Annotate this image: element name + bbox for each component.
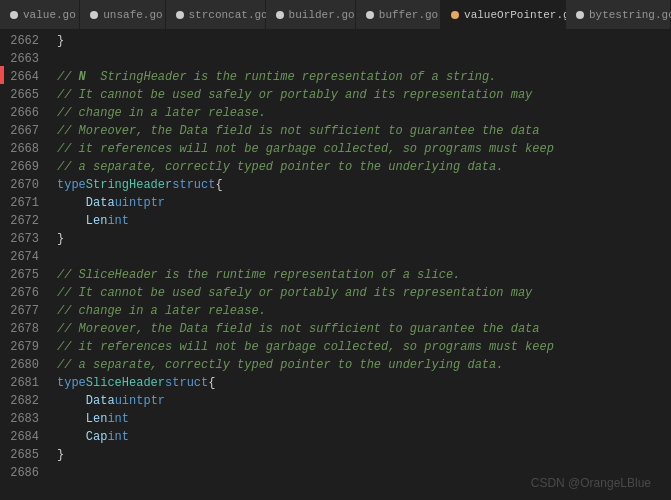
scrollbar[interactable] [661,30,671,500]
code-line-2671: Data uintptr [57,194,661,212]
code-line-2679: // it references will not be garbage col… [57,338,661,356]
code-line-2662: } [57,32,661,50]
code-line-2663 [57,50,661,68]
code-line-2664: // N StringHeader is the runtime represe… [57,68,661,86]
code-line-2682: Data uintptr [57,392,661,410]
code-line-2681: type SliceHeader struct { [57,374,661,392]
tab-icon-strconcat-go [176,11,184,19]
code-line-2667: // Moreover, the Data field is not suffi… [57,122,661,140]
tab-builder-go[interactable]: builder.go × [266,0,356,29]
tab-icon-value-go [10,11,18,19]
tab-label-bytestring-go: bytestring.go [589,9,671,21]
code-line-2676: // It cannot be used safely or portably … [57,284,661,302]
code-line-2665: // It cannot be used safely or portably … [57,86,661,104]
code-line-2672: Len int [57,212,661,230]
tab-label-unsafe-go: unsafe.go [103,9,162,21]
code-line-2677: // change in a later release. [57,302,661,320]
code-line-2675: // SliceHeader is the runtime representa… [57,266,661,284]
tab-value-go[interactable]: value.go × [0,0,80,29]
code-area: 2662 2663 2664 2665 2666 2667 2668 2669 … [0,30,671,500]
tab-valueOrPointer-go[interactable]: valueOrPointer.go × [441,0,566,29]
code-line-2668: // it references will not be garbage col… [57,140,661,158]
tab-icon-buffer-go [366,11,374,19]
code-content[interactable]: } // N StringHeader is the runtime repre… [49,30,661,500]
tab-label-builder-go: builder.go [289,9,355,21]
tab-label-strconcat-go: strconcat.go [189,9,268,21]
tab-icon-builder-go [276,11,284,19]
tab-bytestring-go[interactable]: bytestring.go × [566,0,671,29]
code-line-2673: } [57,230,661,248]
line-numbers: 2662 2663 2664 2665 2666 2667 2668 2669 … [4,30,49,500]
tab-icon-valueOrPointer-go [451,11,459,19]
code-line-2678: // Moreover, the Data field is not suffi… [57,320,661,338]
code-line-2680: // a separate, correctly typed pointer t… [57,356,661,374]
tab-label-value-go: value.go [23,9,76,21]
code-line-2685: } [57,446,661,464]
watermark: CSDN @OrangeLBlue [531,474,651,492]
code-line-2684: Cap int [57,428,661,446]
tab-icon-bytestring-go [576,11,584,19]
tab-unsafe-go[interactable]: unsafe.go × [80,0,165,29]
tab-label-buffer-go: buffer.go [379,9,438,21]
tab-buffer-go[interactable]: buffer.go × [356,0,441,29]
code-line-2670: type StringHeader struct { [57,176,661,194]
code-line-2683: Len int [57,410,661,428]
code-line-2666: // change in a later release. [57,104,661,122]
tab-label-valueOrPointer-go: valueOrPointer.go [464,9,576,21]
tab-strconcat-go[interactable]: strconcat.go × [166,0,266,29]
code-line-2674 [57,248,661,266]
tab-icon-unsafe-go [90,11,98,19]
tab-bar: value.go × unsafe.go × strconcat.go × bu… [0,0,671,30]
code-line-2669: // a separate, correctly typed pointer t… [57,158,661,176]
